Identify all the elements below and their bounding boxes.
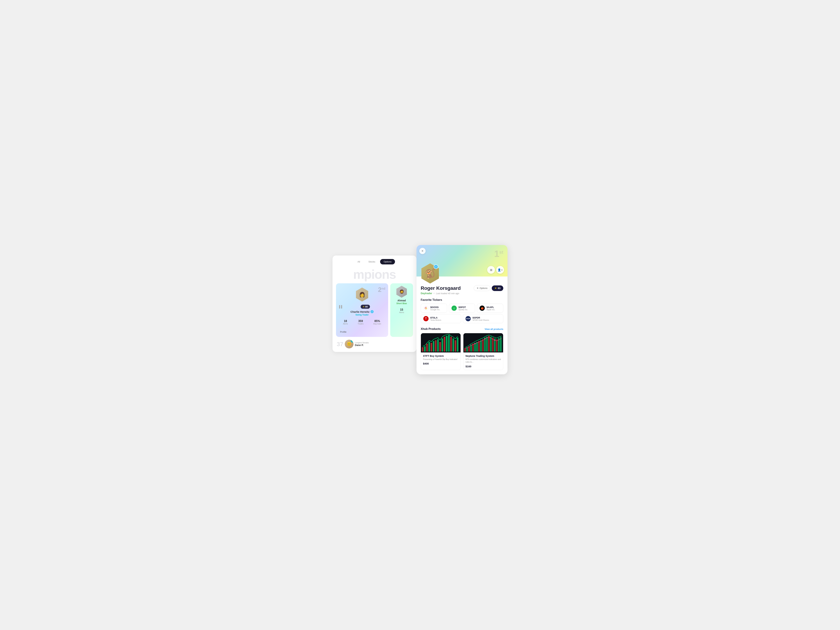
ticker-goog[interactable]: G $GOOG Google Inc.: [421, 304, 447, 313]
ticker-spdr[interactable]: SPDR $SPDR SPDR Gold Shares: [463, 314, 503, 323]
xtft-name: XTFT Buy System: [423, 355, 458, 357]
profile-actions: ✕ Options ✕ 83: [474, 285, 503, 291]
person-add-button[interactable]: 👤+: [496, 266, 504, 274]
streak-avatar: 😊 🔥: [345, 339, 354, 349]
rank-3-card: 🧔 Ahmad Short Bias 15 Alerts: [390, 283, 413, 337]
rank-2-name: Charlie Herwitz ✓: [336, 310, 388, 313]
monitor-add-button[interactable]: ⊞: [487, 266, 495, 274]
profile-rank-label: 1st: [494, 248, 503, 259]
profile-subtitle: Daytrader • Last traded 40 min ago: [421, 292, 503, 295]
view-all-link[interactable]: View all products: [485, 328, 503, 330]
rank-2-gain: 85% Avg Gain: [373, 319, 381, 325]
spot-symbol: $SPOT: [458, 306, 473, 308]
rank-2-xp-badge: ✕ 80: [361, 305, 370, 309]
rank-3-stats: 15 Alerts: [392, 306, 411, 316]
svg-rect-1: [422, 347, 423, 352]
rank-3-trader-type: Short Bias: [392, 302, 411, 305]
svg-rect-37: [500, 337, 502, 352]
separator: •: [433, 292, 434, 295]
rank-2-profile-button[interactable]: Profile: [338, 328, 349, 335]
ticker-tsla[interactable]: T $TSLA Tesla Motors: [421, 314, 461, 323]
goog-info: $GOOG Google Inc.: [430, 306, 445, 311]
tickers-grid-bottom: T $TSLA Tesla Motors SPDR $SPDR SPDR Gol…: [421, 314, 503, 323]
products-grid: XTFT Buy System Presenting a Powerful Di…: [421, 333, 503, 370]
filter-tabs: All Stocks Options: [336, 259, 413, 264]
rank-2-avatar: 👩: [356, 287, 368, 302]
leaderboard-title-bg: mpions: [336, 267, 413, 281]
streak-info: Longest Streaks Dane P.: [355, 342, 369, 346]
profile-body: Roger Korsgaard ✕ Options ✕ 83 Daytrader…: [417, 276, 507, 374]
svg-rect-12: [446, 336, 447, 352]
aapl-logo: 🍎: [480, 306, 485, 311]
svg-rect-17: [457, 338, 458, 352]
profile-banner: 1st 🐒 ✓ ⊞ 👤+: [417, 245, 507, 276]
svg-rect-7: [435, 340, 437, 352]
options-button[interactable]: ✕ Options: [474, 285, 491, 291]
neptune-price: $160: [466, 365, 501, 368]
rank-2-header: ▐▐ ✕ 80: [336, 303, 388, 310]
svg-rect-28: [482, 339, 484, 352]
rank-2-number: 2nd: [378, 286, 385, 294]
svg-rect-2: [424, 346, 426, 352]
avatar-verified-badge: ✓: [434, 264, 438, 269]
xtft-desc: Presenting a Powerful Dip Buy Indicator!: [423, 358, 458, 361]
aapl-symbol: $AAPL: [486, 306, 501, 308]
xtft-chart-image: [421, 333, 461, 352]
xtft-info: XTFT Buy System Presenting a Powerful Di…: [421, 352, 461, 367]
goog-symbol: $GOOG: [430, 306, 445, 308]
neptune-info: Neptune Trading System NTS combines cust…: [463, 352, 503, 370]
profile-name: Roger Korsgaard: [421, 286, 461, 291]
svg-rect-31: [488, 336, 489, 352]
svg-rect-29: [484, 338, 486, 352]
svg-rect-35: [496, 339, 497, 352]
streak-label: Longest Streaks: [355, 342, 369, 344]
svg-rect-27: [480, 340, 482, 352]
neptune-chart-image: [463, 333, 503, 352]
streak-number: 37: [337, 341, 343, 347]
close-button[interactable]: ×: [419, 248, 426, 254]
rank-2-trades: 359 Trades: [358, 319, 364, 325]
tickers-title: Favorite Tickers: [421, 298, 503, 302]
xtft-price: $400: [423, 362, 458, 365]
svg-rect-30: [486, 337, 488, 352]
svg-rect-11: [444, 337, 445, 352]
rank-2-trader-type: Swing Trader: [336, 314, 388, 316]
svg-rect-6: [433, 341, 434, 352]
xp-icon: ✕: [363, 306, 365, 308]
ticker-spot[interactable]: ♫ $SPOT Spotify Inc.: [449, 304, 475, 313]
ticker-aapl[interactable]: 🍎 $AAPL Apple Inc.: [477, 304, 503, 313]
tab-stocks[interactable]: Stocks: [365, 259, 379, 264]
spot-info: $SPOT Spotify Inc.: [458, 306, 473, 311]
profile-card: × 1st 🐒 ✓ ⊞ �: [417, 245, 507, 374]
rank-2-verified: ✓: [371, 310, 374, 313]
aapl-name: Apple Inc.: [486, 308, 501, 311]
google-g-icon: G: [425, 306, 427, 310]
goog-name: Google Inc.: [430, 308, 445, 311]
spdr-name: SPDR Gold Shares: [472, 319, 501, 321]
rank-2-card: 2nd 👩 ▐▐ ✕ 80 Charlie Herwitz ✓ Swing T: [336, 283, 388, 337]
product-xtft[interactable]: XTFT Buy System Presenting a Powerful Di…: [421, 333, 461, 370]
tsla-symbol: $TSLA: [430, 316, 458, 319]
svg-rect-8: [437, 339, 439, 352]
daytrader-label: Daytrader: [421, 292, 432, 295]
spdr-info: $SPDR SPDR Gold Shares: [472, 316, 501, 321]
product-neptune[interactable]: Neptune Trading System NTS combines cust…: [463, 333, 503, 370]
svg-point-38: [474, 343, 475, 344]
svg-rect-16: [455, 340, 456, 352]
tab-options[interactable]: Options: [380, 259, 395, 264]
profile-name-row: Roger Korsgaard ✕ Options ✕ 83: [421, 285, 503, 291]
profile-avatar-wrapper: 🐒 ✓: [422, 264, 439, 284]
svg-rect-13: [448, 335, 450, 352]
rank-3-content: 🧔 Ahmad Short Bias 15 Alerts: [390, 283, 413, 318]
svg-rect-9: [439, 342, 441, 352]
leaderboard-cards: 2nd 👩 ▐▐ ✕ 80 Charlie Herwitz ✓ Swing T: [336, 283, 413, 337]
svg-rect-4: [428, 342, 430, 352]
svg-rect-10: [442, 338, 443, 352]
bars-icon: ▐▐: [338, 305, 342, 308]
streak-name: Dane P.: [355, 344, 369, 346]
products-title: Xhub Products: [421, 327, 441, 331]
tab-all[interactable]: All: [354, 259, 363, 264]
xp-button[interactable]: ✕ 83: [492, 286, 503, 291]
spdr-logo: SPDR: [466, 316, 471, 321]
spot-logo: ♫: [452, 306, 457, 311]
